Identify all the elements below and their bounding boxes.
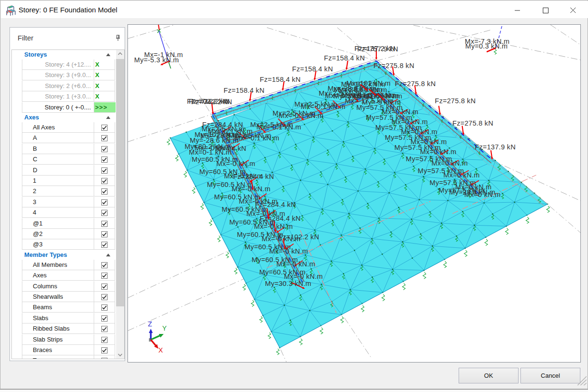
svg-text:Fz=712.2 kN: Fz=712.2 kN	[189, 98, 230, 105]
svg-text:Mx=-0.1 kN.m: Mx=-0.1 kN.m	[279, 112, 323, 119]
svg-text:Mx=-17.5 kN.Nm: Mx=-17.5 kN.Nm	[342, 91, 396, 99]
svg-text:Mx=-0 kN.m: Mx=-0 kN.m	[269, 247, 308, 255]
svg-text:Mx=-0.1 kN.m: Mx=-0.1 kN.m	[301, 103, 345, 110]
svg-text:Fz=158.4 kN: Fz=158.4 kN	[224, 87, 265, 94]
svg-text:Mx=0 kN.m: Mx=0 kN.m	[443, 171, 480, 179]
svg-text:Fz=757.9 kN: Fz=757.9 kN	[357, 45, 398, 53]
svg-text:Mx=0 kN.m: Mx=0 kN.m	[420, 148, 456, 156]
svg-text:X: X	[158, 346, 163, 354]
svg-text:My=28.8 kN.m: My=28.8 kN.m	[449, 188, 495, 196]
svg-text:My=0.3 kN.m: My=0.3 kN.m	[465, 42, 508, 50]
svg-text:Fz=158.4 kN: Fz=158.4 kN	[260, 76, 301, 83]
svg-text:Fz=284.4 kN: Fz=284.4 kN	[260, 215, 301, 222]
svg-text:Fz=158.4 kN: Fz=158.4 kN	[292, 65, 333, 73]
svg-text:Fz=284.4 kN: Fz=284.4 kN	[255, 201, 296, 208]
svg-text:Fz=102.2 kN: Fz=102.2 kN	[278, 233, 319, 241]
svg-text:Mx=0 kN.m: Mx=0 kN.m	[431, 159, 468, 167]
svg-text:Y: Y	[162, 324, 167, 332]
svg-text:My=-5 kN.m: My=-5 kN.m	[362, 98, 401, 106]
svg-text:Fz=275.8 kN: Fz=275.8 kN	[435, 97, 476, 105]
svg-text:Mx=-0 kN.m: Mx=-0 kN.m	[284, 273, 323, 280]
svg-text:Fz=158.4 kN: Fz=158.4 kN	[324, 54, 365, 62]
svg-text:Mx=-0 kN.m: Mx=-0 kN.m	[254, 223, 293, 230]
svg-text:Mx=-0 kN.m: Mx=-0 kN.m	[232, 185, 271, 193]
svg-text:My=30.3 kN.m: My=30.3 kN.m	[265, 280, 311, 287]
svg-text:Mx=-0.1 kN.m: Mx=-0.1 kN.m	[256, 123, 301, 131]
svg-text:Mx=-0 kN.m: Mx=-0 kN.m	[216, 160, 255, 167]
svg-text:Fz=284.4 kN: Fz=284.4 kN	[233, 173, 274, 180]
svg-text:Z: Z	[148, 320, 152, 328]
svg-text:Fz=137.9 kN: Fz=137.9 kN	[475, 143, 516, 151]
svg-text:Fz=275.8 kN: Fz=275.8 kN	[395, 80, 436, 88]
svg-text:Fz=275.8 kN: Fz=275.8 kN	[373, 62, 414, 69]
svg-text:Mx=-0 kN.m: Mx=-0 kN.m	[276, 260, 315, 268]
svg-text:Mx=0-1 kN.m: Mx=0-1 kN.m	[189, 148, 232, 156]
svg-text:My=-5.3 kN.m: My=-5.3 kN.m	[134, 56, 179, 64]
svg-text:Fz=275.8 kN: Fz=275.8 kN	[452, 119, 493, 127]
